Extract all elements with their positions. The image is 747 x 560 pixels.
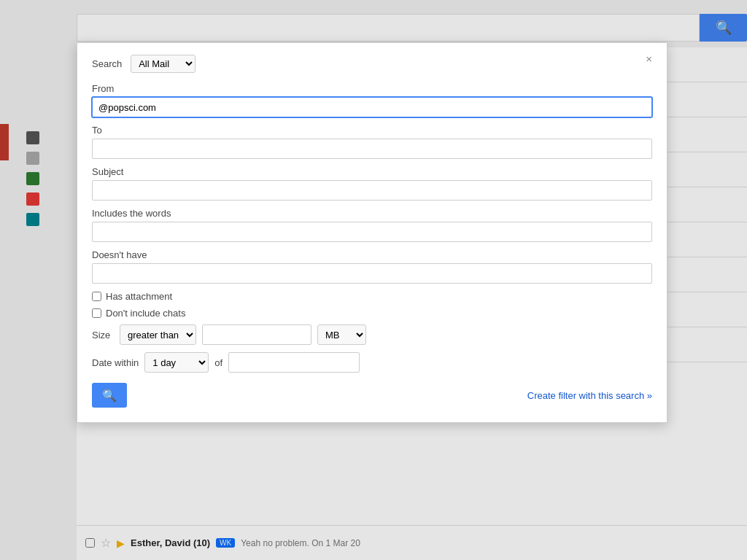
search-icon: 🔍 <box>102 389 117 402</box>
date-within-row: Date within 1 day 3 days 1 week 2 weeks … <box>92 352 652 373</box>
date-within-select[interactable]: 1 day 3 days 1 week 2 weeks 1 month 2 mo… <box>144 352 209 373</box>
doesnt-have-field-row: Doesn't have <box>92 249 652 284</box>
size-row: Size greater than less than MB KB Bytes <box>92 324 652 345</box>
has-attachment-label: Has attachment <box>106 291 172 302</box>
doesnt-have-label: Doesn't have <box>92 249 652 260</box>
close-button[interactable]: × <box>646 53 652 64</box>
mail-scope-select[interactable]: All Mail Inbox Sent Mail Drafts <box>131 55 196 73</box>
to-field-row: To <box>92 125 652 159</box>
create-filter-link[interactable]: Create filter with this search » <box>527 390 652 401</box>
from-input[interactable] <box>92 97 652 117</box>
search-label: Search <box>92 58 122 69</box>
from-field-row: From <box>92 83 652 117</box>
date-of-input[interactable] <box>228 352 360 373</box>
doesnt-have-input[interactable] <box>92 263 652 284</box>
search-dialog: Search All Mail Inbox Sent Mail Drafts ×… <box>77 42 667 423</box>
size-value-input[interactable] <box>202 324 311 345</box>
date-of-label: of <box>214 357 222 368</box>
subject-label: Subject <box>92 166 652 177</box>
dialog-footer: 🔍 Create filter with this search » <box>92 383 652 408</box>
dont-include-chats-row: Don't include chats <box>92 308 652 319</box>
size-label: Size <box>92 330 114 341</box>
has-attachment-row: Has attachment <box>92 291 652 302</box>
dont-include-chats-checkbox[interactable] <box>92 308 101 318</box>
search-submit-button[interactable]: 🔍 <box>92 383 127 408</box>
dialog-header: Search All Mail Inbox Sent Mail Drafts × <box>92 55 652 73</box>
subject-field-row: Subject <box>92 166 652 201</box>
dont-include-chats-label: Don't include chats <box>106 308 185 319</box>
includes-field-row: Includes the words <box>92 208 652 242</box>
date-within-label: Date within <box>92 357 139 368</box>
includes-label: Includes the words <box>92 208 652 219</box>
has-attachment-checkbox[interactable] <box>92 292 101 301</box>
subject-input[interactable] <box>92 180 652 201</box>
from-label: From <box>92 83 652 94</box>
size-unit-select[interactable]: MB KB Bytes <box>317 324 366 345</box>
to-label: To <box>92 125 652 136</box>
to-input[interactable] <box>92 139 652 159</box>
includes-input[interactable] <box>92 222 652 242</box>
size-operator-select[interactable]: greater than less than <box>120 324 196 345</box>
